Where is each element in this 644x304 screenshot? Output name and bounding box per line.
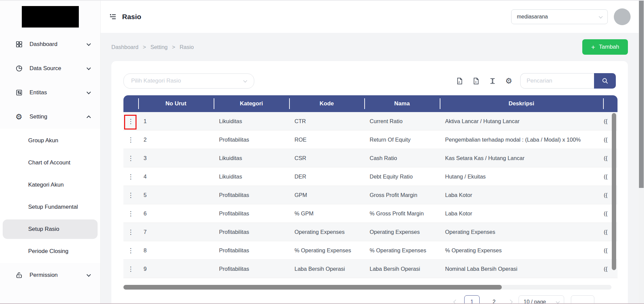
- pdf-export-icon[interactable]: a: [456, 77, 464, 85]
- breadcrumb-separator: >: [172, 44, 175, 50]
- sliders-icon: [15, 89, 24, 96]
- breadcrumb: Dashboard > Setting > Rasio: [111, 44, 194, 50]
- settings-icon[interactable]: ⚙: [505, 77, 512, 85]
- cell-no-urut: 2: [138, 137, 214, 143]
- search-button[interactable]: [594, 73, 616, 89]
- table-vertical-scrollbar[interactable]: [612, 113, 616, 270]
- cell-nama: Laba Bersih Operasi: [364, 266, 440, 272]
- breadcrumb-dashboard[interactable]: Dashboard: [111, 44, 139, 50]
- cell-kode: % GPM: [289, 210, 364, 217]
- tenant-select[interactable]: mediasarana: [511, 9, 608, 24]
- table-row: ⋮ 4 Likuiditas DER Debt Equity Ratio Hut…: [123, 167, 618, 186]
- svg-text:x: x: [475, 80, 477, 84]
- table-horizontal-scrollbar-track[interactable]: [123, 285, 611, 290]
- submenu-item-setup-fundamental[interactable]: Setup Fundamental: [0, 196, 100, 218]
- header-nama: Nama: [364, 95, 440, 112]
- chevron-down-icon: [87, 272, 91, 277]
- table-card: Pilih Kategori Rasio a x: [111, 61, 628, 304]
- pagination-prev-icon[interactable]: [453, 300, 458, 304]
- cell-kode: GPM: [289, 192, 364, 198]
- cell-no-urut: 1: [138, 118, 214, 124]
- category-select[interactable]: Pilih Kategori Rasio: [123, 73, 254, 89]
- topbar-right: mediasarana: [511, 8, 631, 25]
- table-horizontal-scrollbar-thumb[interactable]: [123, 285, 502, 290]
- filter-row: Pilih Kategori Rasio a x: [123, 73, 616, 89]
- table-row: ⋮ 6 Profitabilitas % GPM % Gross Profit …: [123, 204, 618, 223]
- breadcrumb-separator: >: [143, 44, 146, 50]
- row-actions-kebab-icon[interactable]: ⋮: [125, 135, 137, 144]
- search-group: [520, 73, 616, 89]
- sidebar-item-permission[interactable]: Permission: [0, 263, 100, 287]
- cell-kategori: Profitabilitas: [214, 137, 289, 143]
- data-table: No Urut Kategori Kode Nama Deskripsi ⋮ 1…: [123, 95, 618, 278]
- add-button[interactable]: + Tambah: [582, 39, 628, 55]
- chevron-down-icon: [87, 90, 91, 94]
- pagination-page-1[interactable]: 1: [464, 295, 480, 304]
- submenu-item-label: Chart of Account: [28, 159, 70, 166]
- submenu-item-setup-rasio-active[interactable]: Setup Rasio: [3, 219, 98, 239]
- table-row: ⋮ 8 Profitabilitas % Operating Expenses …: [123, 241, 618, 260]
- submenu-item-kategori-akun[interactable]: Kategori Akun: [0, 174, 100, 196]
- cell-kategori: Likuiditas: [214, 118, 289, 124]
- plus-icon: +: [591, 44, 595, 51]
- sidebar-item-data-source[interactable]: Data Source: [0, 56, 100, 81]
- topbar: Rasio mediasarana: [101, 1, 639, 33]
- sidebar-item-setting[interactable]: ⚙ Setting: [0, 105, 100, 129]
- sidebar-item-label: Entitas: [30, 89, 87, 96]
- row-height-icon[interactable]: [489, 77, 496, 85]
- pagination: 1 2 10 / page: [123, 295, 616, 304]
- row-actions-kebab-icon[interactable]: ⋮: [125, 246, 137, 255]
- search-input[interactable]: [520, 73, 594, 89]
- chevron-down-icon: [87, 66, 91, 70]
- cell-deskripsi: Nominal Laba Bersih Operasi: [440, 266, 603, 272]
- submenu-item-chart-of-account[interactable]: Chart of Account: [0, 152, 100, 174]
- setting-submenu: Group Akun Chart of Account Kategori Aku…: [0, 129, 100, 263]
- cell-kode: Laba Bersih Operasi: [289, 266, 364, 272]
- pagination-page-2[interactable]: 2: [486, 295, 502, 304]
- cell-kode: % Operating Expenses: [289, 247, 364, 254]
- table-row: ⋮ 9 Profitabilitas Laba Bersih Operasi L…: [123, 260, 618, 278]
- submenu-item-group-akun[interactable]: Group Akun: [0, 130, 100, 152]
- chevron-down-icon: [243, 79, 247, 82]
- excel-export-icon[interactable]: x: [472, 77, 480, 85]
- page-scrollbar-thumb[interactable]: [639, 1, 644, 188]
- breadcrumb-setting[interactable]: Setting: [150, 44, 167, 50]
- cell-no-urut: 3: [138, 155, 214, 161]
- sidebar-item-dashboard[interactable]: Dashboard: [0, 32, 100, 56]
- sidebar-nav: Dashboard Data Source: [0, 32, 100, 287]
- page-title: Rasio: [122, 13, 141, 21]
- search-icon: [601, 77, 609, 85]
- row-actions-kebab-icon[interactable]: ⋮: [125, 191, 137, 200]
- cell-nama: Debt Equity Ratio: [364, 173, 440, 180]
- chevron-down-icon: [87, 42, 91, 46]
- cell-kode: CSR: [289, 155, 364, 161]
- annotation-highlight-box: [124, 115, 137, 130]
- pagination-next-icon[interactable]: [508, 300, 513, 304]
- cell-deskripsi: Pengembalian terhadap modal : (Laba / Mo…: [440, 137, 603, 143]
- page-jump-input[interactable]: [571, 295, 594, 304]
- sidebar-item-label: Dashboard: [30, 41, 87, 48]
- cell-deskripsi: Operating Expenses: [440, 229, 603, 235]
- submenu-item-label: Group Akun: [28, 137, 58, 144]
- row-actions-kebab-icon[interactable]: ⋮: [125, 154, 137, 163]
- sidebar-toggle-icon[interactable]: [109, 13, 117, 21]
- add-button-label: Tambah: [599, 44, 619, 50]
- sidebar-item-entitas[interactable]: Entitas: [0, 81, 100, 105]
- table-row: ⋮ 5 Profitabilitas GPM Gross Profit Marg…: [123, 186, 618, 204]
- cell-nama: Return Of Equity: [364, 137, 440, 143]
- user-avatar[interactable]: [614, 8, 631, 25]
- row-actions-kebab-icon[interactable]: ⋮: [125, 227, 137, 237]
- cell-kategori: Profitabilitas: [214, 247, 289, 254]
- cell-no-urut: 5: [138, 192, 214, 198]
- row-actions-kebab-icon[interactable]: ⋮: [125, 209, 137, 218]
- page-scrollbar-track[interactable]: [639, 1, 644, 303]
- submenu-item-periode-closing[interactable]: Periode Closing: [0, 240, 100, 262]
- cell-deskripsi: Laba Kotor: [440, 210, 603, 217]
- lock-icon: [15, 271, 24, 279]
- grid-icon: [15, 41, 24, 48]
- row-actions-kebab-icon[interactable]: ⋮: [125, 172, 137, 181]
- company-logo: [22, 6, 79, 28]
- table-row: ⋮ 2 Profitabilitas ROE Return Of Equity …: [123, 131, 618, 149]
- row-actions-kebab-icon[interactable]: ⋮: [125, 264, 137, 273]
- page-size-select[interactable]: 10 / page: [519, 295, 564, 304]
